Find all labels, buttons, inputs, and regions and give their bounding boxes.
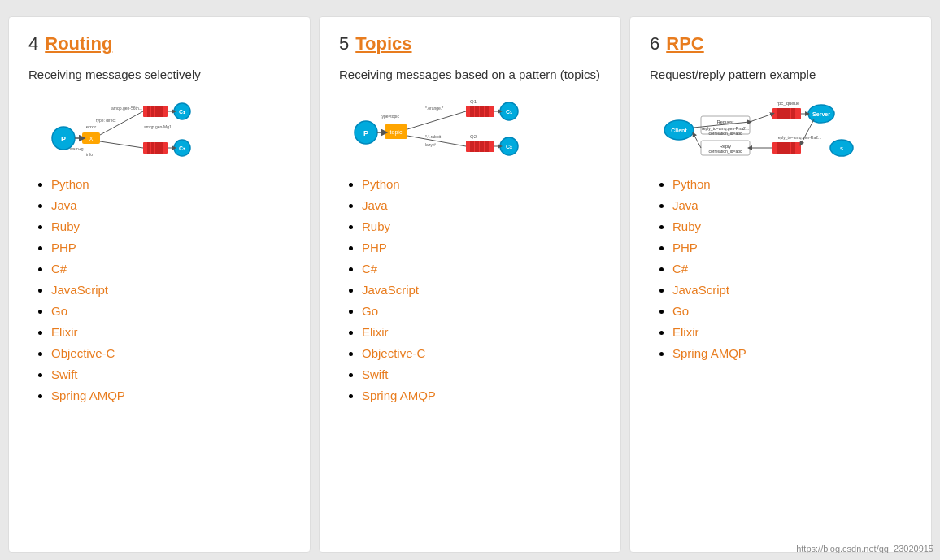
- svg-rect-42: [475, 106, 479, 117]
- card-title-routing[interactable]: Routing: [45, 33, 112, 54]
- svg-rect-49: [485, 141, 489, 152]
- list-item: Go: [51, 304, 290, 319]
- link-elixir[interactable]: Elixir: [362, 325, 389, 339]
- link-spring-amqp[interactable]: Spring AMQP: [362, 389, 436, 402]
- link-go[interactable]: Go: [672, 304, 689, 318]
- link-swift[interactable]: Swift: [51, 367, 78, 381]
- link-java[interactable]: Java: [51, 198, 77, 212]
- link-c-[interactable]: C#: [672, 262, 688, 276]
- link-elixir[interactable]: Elixir: [51, 325, 78, 339]
- svg-line-50: [407, 111, 466, 129]
- link-list-0: PythonJavaRubyPHPC#JavaScriptGoElixirObj…: [28, 177, 290, 403]
- list-item: PHP: [672, 241, 912, 255]
- svg-text:Client: Client: [671, 128, 687, 133]
- link-swift[interactable]: Swift: [362, 367, 389, 381]
- list-item: Python: [672, 177, 912, 192]
- svg-rect-43: [480, 106, 484, 117]
- list-item: Elixir: [51, 325, 290, 340]
- link-php[interactable]: PHP: [362, 241, 387, 254]
- link-go[interactable]: Go: [51, 304, 67, 318]
- svg-text:info: info: [86, 152, 93, 157]
- list-item: Python: [51, 177, 290, 192]
- list-item: JavaScript: [362, 283, 601, 297]
- link-php[interactable]: PHP: [51, 241, 76, 254]
- link-java[interactable]: Java: [362, 198, 388, 212]
- svg-rect-14: [155, 106, 159, 117]
- list-item: Java: [51, 198, 290, 213]
- link-c-[interactable]: C#: [362, 262, 377, 276]
- diagram-rpc: Client Request reply_to=amq.gen-Rna2... …: [650, 98, 912, 163]
- svg-text:C₂: C₂: [179, 145, 185, 151]
- svg-rect-17: [147, 142, 150, 154]
- card-routing: 4RoutingReceiving messages selectively P…: [8, 16, 311, 553]
- list-item: Spring AMQP: [51, 389, 290, 403]
- link-spring-amqp[interactable]: Spring AMQP: [51, 389, 125, 402]
- list-item: Objective-C: [51, 346, 290, 361]
- link-go[interactable]: Go: [362, 304, 378, 318]
- card-title-topics[interactable]: Topics: [355, 33, 411, 54]
- list-item: C#: [362, 262, 601, 276]
- svg-rect-41: [470, 106, 474, 117]
- svg-rect-78: [781, 142, 786, 154]
- link-php[interactable]: PHP: [672, 241, 698, 254]
- link-c-[interactable]: C#: [51, 262, 67, 276]
- svg-rect-66: [777, 108, 781, 119]
- list-item: PHP: [51, 241, 290, 255]
- svg-text:C₁: C₁: [179, 109, 185, 115]
- link-javascript[interactable]: JavaScript: [672, 283, 729, 297]
- svg-rect-47: [475, 141, 479, 152]
- list-item: PHP: [362, 241, 601, 255]
- svg-line-21: [100, 111, 143, 135]
- list-item: Swift: [51, 367, 290, 382]
- svg-text:topic: topic: [390, 129, 403, 136]
- svg-text:type: direct: type: direct: [96, 118, 116, 123]
- list-item: Go: [362, 304, 601, 319]
- card-header-0: 4Routing: [28, 33, 290, 54]
- svg-text:lazy.#: lazy.#: [425, 142, 436, 147]
- link-spring-amqp[interactable]: Spring AMQP: [672, 346, 746, 360]
- svg-text:amqp.gen-Mg1...: amqp.gen-Mg1...: [144, 124, 175, 129]
- list-item: Elixir: [362, 325, 601, 340]
- link-python[interactable]: Python: [51, 177, 89, 191]
- svg-text:C₁: C₁: [506, 109, 512, 115]
- link-javascript[interactable]: JavaScript: [51, 283, 108, 297]
- svg-rect-20: [159, 142, 163, 154]
- link-python[interactable]: Python: [362, 177, 400, 191]
- link-objective-c[interactable]: Objective-C: [362, 346, 425, 360]
- link-list-1: PythonJavaRubyPHPC#JavaScriptGoElixirObj…: [339, 177, 601, 403]
- svg-line-86: [694, 134, 701, 148]
- card-description-1: Receiving messages based on a pattern (t…: [339, 66, 601, 85]
- link-python[interactable]: Python: [672, 177, 711, 191]
- card-number-0: 4: [28, 33, 38, 54]
- link-list-2: PythonJavaRubyPHPC#JavaScriptGoElixirSpr…: [650, 177, 912, 361]
- svg-rect-69: [791, 108, 795, 119]
- list-item: Elixir: [672, 325, 912, 340]
- svg-rect-80: [791, 142, 795, 154]
- link-ruby[interactable]: Ruby: [51, 219, 80, 233]
- svg-rect-15: [159, 106, 163, 117]
- svg-text:error: error: [86, 124, 97, 129]
- svg-text:*.*.rabbit: *.*.rabbit: [425, 134, 442, 139]
- card-description-0: Receiving messages selectively: [28, 66, 290, 85]
- svg-text:amqp.gen-56th...: amqp.gen-56th...: [111, 106, 142, 111]
- list-item: Java: [362, 198, 601, 213]
- list-item: Spring AMQP: [672, 346, 912, 361]
- svg-line-84: [801, 119, 814, 144]
- svg-text:S: S: [840, 146, 843, 151]
- svg-text:P: P: [61, 135, 66, 143]
- list-item: Spring AMQP: [362, 389, 601, 403]
- svg-text:*.orange.*: *.orange.*: [425, 106, 443, 111]
- svg-text:correlation_id=abc: correlation_id=abc: [709, 131, 742, 136]
- card-title-rpc[interactable]: RPC: [666, 33, 703, 54]
- svg-line-82: [750, 114, 772, 122]
- link-elixir[interactable]: Elixir: [672, 325, 699, 339]
- card-number-1: 5: [339, 33, 349, 54]
- link-ruby[interactable]: Ruby: [362, 219, 390, 233]
- link-java[interactable]: Java: [672, 198, 698, 212]
- list-item: Objective-C: [362, 346, 601, 361]
- link-javascript[interactable]: JavaScript: [362, 283, 419, 297]
- link-objective-c[interactable]: Objective-C: [51, 346, 115, 360]
- svg-text:Q1: Q1: [470, 99, 477, 104]
- link-ruby[interactable]: Ruby: [672, 219, 701, 233]
- svg-text:Server: Server: [812, 111, 830, 117]
